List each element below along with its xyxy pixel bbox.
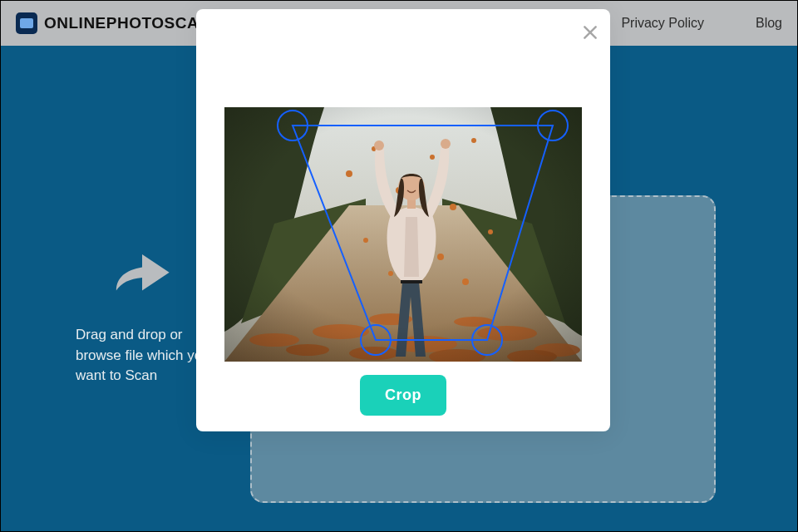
crop-button[interactable]: Crop	[360, 375, 446, 416]
svg-rect-29	[224, 107, 582, 362]
share-arrow-icon	[109, 245, 175, 303]
logo-icon	[16, 12, 37, 34]
app-frame: ONLINEPHOTOSCANNER Privacy Policy Blog D…	[0, 0, 798, 532]
nav-link-privacy[interactable]: Privacy Policy	[621, 16, 704, 31]
logo-icon-inner	[20, 18, 33, 28]
nav-link-blog[interactable]: Blog	[756, 16, 782, 31]
crop-modal: Crop	[196, 9, 610, 431]
nav-right: Privacy Policy Blog	[621, 16, 782, 31]
image-preview	[224, 107, 582, 362]
close-icon[interactable]	[582, 24, 598, 41]
preview-image	[224, 107, 582, 362]
